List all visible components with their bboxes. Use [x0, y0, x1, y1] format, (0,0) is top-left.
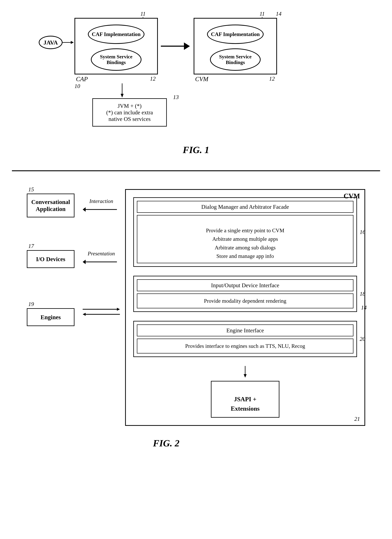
- jsapi-wrapper: JSAPI + Extensions 21: [133, 381, 357, 418]
- java-group: JAVA: [39, 36, 74, 49]
- num-18: 18: [360, 290, 365, 297]
- num-13: 13: [173, 94, 179, 100]
- interaction-arrow-group: Interaction: [77, 198, 125, 214]
- num-12-left: 12: [150, 75, 156, 82]
- dialog-mgr-text: Provide a single entry point to CVM Arbi…: [137, 215, 353, 263]
- caf-ellipse-left: CAF Implementation: [88, 24, 145, 44]
- svg-marker-8: [83, 207, 86, 212]
- engine-to-jsapi-arrow: [133, 366, 357, 378]
- cap-label: CAP: [76, 76, 88, 83]
- fig1-bottom: JVM + (*) (*) can include extra native O…: [83, 83, 365, 127]
- presentation-label: Presentation: [88, 250, 115, 257]
- ssb-ellipse-right: System Service Bindings: [210, 48, 261, 71]
- cap-box-wrapper: 11 CAF Implementation System Service Bin…: [74, 18, 158, 74]
- dialog-mgr-inner-box: Dialog Manager and Arbitrator Facade: [137, 201, 353, 213]
- num-21: 21: [354, 416, 360, 422]
- engines-item: 19 Engines: [27, 308, 77, 326]
- conv-app-box: Conversational Application: [27, 193, 74, 217]
- ssb-ellipse-left: System Service Bindings: [91, 48, 141, 71]
- conv-app-item: 15 Conversational Application: [27, 193, 77, 217]
- engine-interface-box: Engine Interface: [137, 324, 353, 336]
- engine-provides-text: Provides interface to engines such as TT…: [137, 339, 353, 353]
- presentation-arrow-group: Presentation: [77, 250, 125, 266]
- interaction-label: Interaction: [89, 198, 113, 204]
- io-devices-item: 17 I/O Devices: [27, 250, 77, 268]
- svg-marker-13: [117, 308, 120, 311]
- num-10: 10: [74, 83, 80, 89]
- fig1-top-row: JAVA 11 CAF Implementation S: [39, 18, 365, 74]
- io-section: 18 Input/Output Device Interface Provide…: [133, 276, 357, 312]
- num-19: 19: [28, 301, 34, 307]
- engines-box: Engines: [27, 308, 74, 326]
- fig2-diagram: 15 Conversational Application 17 I/O Dev…: [27, 189, 365, 426]
- dialog-section: 16 Dialog Manager and Arbitrator Facade …: [133, 197, 357, 267]
- cvm-box-wrapper: 11 14 CAF Implementation System Service …: [194, 18, 277, 74]
- num-15: 15: [28, 186, 34, 193]
- cvm-label-fig1: CVM: [195, 76, 208, 83]
- cap-box: CAF Implementation System Service Bindin…: [74, 18, 158, 74]
- svg-marker-17: [244, 374, 247, 378]
- fig1-big-arrow: [158, 40, 194, 52]
- fig1-section: JAVA 11 CAF Implementation S: [12, 9, 380, 167]
- num-20: 20: [360, 336, 365, 342]
- engines-arrow-group: [77, 307, 125, 317]
- engines-double-arrow: [80, 307, 122, 317]
- fig2-title: FIG. 2: [0, 438, 365, 449]
- io-devices-box: I/O Devices: [27, 250, 74, 268]
- svg-marker-7: [121, 94, 124, 97]
- engine-section: 20 Engine Interface Provides interface t…: [133, 321, 357, 357]
- java-to-cap-arrow: [63, 39, 74, 45]
- section-divider: [12, 170, 380, 171]
- fig2-section: 15 Conversational Application 17 I/O Dev…: [12, 180, 380, 461]
- num-17: 17: [28, 243, 34, 249]
- cap-to-jvm-arrow: [119, 83, 125, 98]
- java-oval: JAVA: [39, 36, 63, 49]
- jvm-wrapper: JVM + (*) (*) can include extra native O…: [92, 98, 167, 127]
- cvm-big-box: CVM 16 Dialog Manager and Arbitrator Fac…: [125, 189, 365, 426]
- svg-marker-15: [83, 313, 86, 316]
- interaction-arrow: [80, 205, 122, 214]
- svg-marker-10: [83, 260, 86, 264]
- jsapi-box: JSAPI + Extensions: [211, 381, 279, 418]
- presentation-arrow: [80, 257, 122, 266]
- caf-ellipse-right: CAF Implementation: [207, 24, 264, 44]
- jvm-box: JVM + (*) (*) can include extra native O…: [92, 98, 167, 127]
- io-modality-text: Provide modality dependent rendering: [137, 294, 353, 308]
- fig2-left-col: 15 Conversational Application 17 I/O Dev…: [27, 193, 77, 326]
- io-device-interface-box: Input/Output Device Interface: [137, 279, 353, 291]
- num-14-fig1: 14: [276, 10, 281, 17]
- cvm-box: CAF Implementation System Service Bindin…: [194, 18, 277, 74]
- num-14-fig2: 14: [361, 304, 367, 311]
- svg-marker-4: [184, 43, 190, 50]
- svg-marker-1: [71, 41, 74, 44]
- fig2-arrows-col: Interaction Presentation: [77, 193, 125, 317]
- fig1-title: FIG. 1: [27, 144, 365, 155]
- num-12-right: 12: [269, 75, 275, 82]
- num-16: 16: [360, 229, 365, 235]
